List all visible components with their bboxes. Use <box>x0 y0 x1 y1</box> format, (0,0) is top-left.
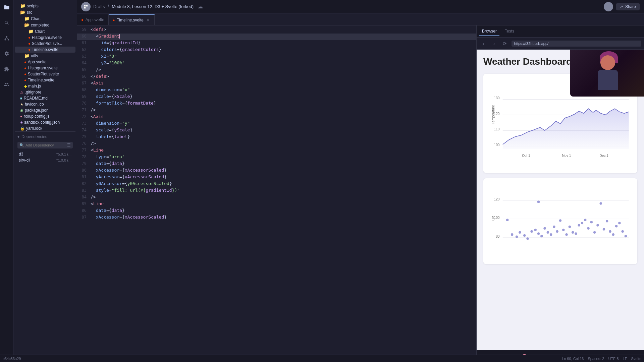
code-line-78: 78 type="area" <box>77 154 476 161</box>
scatter-dot <box>625 235 627 237</box>
file-histogram-completed[interactable]: ● Histogram.svelte <box>15 35 75 41</box>
svelte-icon: ● <box>24 78 26 82</box>
top-bar-right: ↗ Share <box>604 2 640 11</box>
folder-chart[interactable]: 📁 Chart <box>15 15 75 22</box>
lock-icon: 🔒 <box>20 126 25 131</box>
files-icon[interactable] <box>2 3 11 12</box>
folder-completed-chart[interactable]: 📁 Chart <box>15 28 75 35</box>
scatter-dot <box>606 220 608 222</box>
code-line-62: 62 colors={gradientColors} <box>77 47 476 54</box>
file-readme[interactable]: ■ README.md <box>15 95 75 101</box>
content-area: 59 <defs> 60 <Gradient 61 id={gradientId… <box>77 25 644 362</box>
scatter-dot <box>547 231 549 234</box>
scatter-dot <box>621 230 624 233</box>
git-icon[interactable] <box>2 34 11 43</box>
refresh-button[interactable]: ⟳ <box>501 40 509 48</box>
file-package-json[interactable]: ◉ package.json <box>15 107 75 113</box>
folder-icon: 📂 <box>24 22 30 27</box>
file-timeline-svelte[interactable]: ● Timeline.svelte <box>15 77 75 83</box>
code-line-84: 84 /> <box>77 194 476 201</box>
code-line-76: 76 /> <box>77 141 476 147</box>
settings-icon[interactable] <box>2 49 11 58</box>
svg-rect-6 <box>86 5 88 6</box>
scatter-dot <box>618 222 621 224</box>
json-icon: ◉ <box>20 108 23 113</box>
browser-content: Weather Dashboard Temperature 130 120 11… <box>477 50 644 350</box>
folder-src[interactable]: 📂 src <box>15 9 75 15</box>
users-icon[interactable] <box>2 80 11 89</box>
file-histogram-svelte[interactable]: ● Histogram.svelte <box>15 65 75 71</box>
file-gitignore[interactable]: ⚠ .gitignore <box>15 89 75 95</box>
file-timeline-completed[interactable]: ● Timeline.svelte <box>15 47 75 53</box>
y-tick-120: 120 <box>494 112 499 116</box>
svg-line-3 <box>5 37 7 39</box>
code-line-81: 81 yAccessor={yAccessorScaled} <box>77 174 476 181</box>
body <box>598 70 618 90</box>
tab-tests[interactable]: Tests <box>502 27 517 36</box>
folder-icon: 📂 <box>20 10 25 15</box>
user-avatar <box>604 2 613 11</box>
tab-app-svelte[interactable]: ● App.svelte <box>77 14 109 25</box>
scatter-chart-svg: ure 120 100 80 <box>489 184 632 257</box>
y-tick-100: 100 <box>494 143 499 147</box>
code-line-79: 79 data={data} <box>77 161 476 168</box>
dependencies-section: ▾ Dependencies 🔍 ☰ d3 ^5.9.1 (... sirv-c… <box>15 131 75 166</box>
folder-icon: 📁 <box>24 53 30 58</box>
search-icon[interactable] <box>2 18 11 27</box>
scatter-dot <box>534 229 537 231</box>
person-silhouette <box>590 51 624 95</box>
scatter-dot <box>516 236 518 238</box>
svelte-icon: ● <box>28 36 31 40</box>
folder-scripts[interactable]: 📁 scripts <box>15 3 75 9</box>
file-yarnlock[interactable]: 🔒 yarn.lock <box>15 125 75 131</box>
code-editor[interactable]: 59 <defs> 60 <Gradient 61 id={gradientId… <box>77 25 476 362</box>
scatter-dot <box>540 235 543 237</box>
file-sandbox[interactable]: ◈ sandbox.config.json <box>15 119 75 125</box>
share-button[interactable]: ↗ Share <box>616 3 640 10</box>
code-line-74: 74 scale={yScale} <box>77 127 476 134</box>
file-favicon[interactable]: ★ favicon.ico <box>15 101 75 107</box>
tab-browser[interactable]: Browser <box>479 27 499 36</box>
dep-sirv: sirv-cli ^1.0.0 (... <box>17 157 73 163</box>
drafts-label[interactable]: Drafts <box>93 4 105 9</box>
code-lines: 59 <defs> 60 <Gradient 61 id={gradientId… <box>77 25 476 362</box>
file-scatterplot-completed[interactable]: ● ScatterPlot.sve... <box>15 41 75 47</box>
forward-button[interactable]: › <box>490 40 498 48</box>
file-main-js[interactable]: ◆ main.js <box>15 83 75 89</box>
file-rollup[interactable]: ● rollup.config.js <box>15 113 75 119</box>
scatter-y-tick-100: 100 <box>494 216 499 220</box>
folder-utils[interactable]: 📁 utils <box>15 53 75 59</box>
file-scatterplot-svelte[interactable]: ● ScatterPlot.svelte <box>15 71 75 77</box>
scatter-dot <box>593 231 596 234</box>
scatter-dot <box>615 225 618 227</box>
file-app-svelte[interactable]: ● App.svelte <box>15 59 75 65</box>
dependencies-header[interactable]: ▾ Dependencies <box>17 134 73 139</box>
sandbox-icon: ◈ <box>20 120 23 125</box>
spaces: Spaces: 2 <box>588 357 604 361</box>
tab-timeline-svelte[interactable]: ● Timeline.svelte ✕ <box>109 14 155 25</box>
scatter-dot <box>596 224 599 226</box>
code-line-75: 75 label={label} <box>77 134 476 141</box>
x-label-oct: Oct 1 <box>522 154 530 158</box>
svg-point-0 <box>6 36 7 37</box>
code-line-67: 67 <Axis <box>77 80 476 87</box>
js-icon: ◆ <box>24 84 27 88</box>
extensions-icon[interactable] <box>2 64 11 74</box>
code-line-82: 82 y0Accessor={y0AccessorScaled} <box>77 181 476 188</box>
folder-completed[interactable]: 📂 completed <box>15 22 75 28</box>
code-line-68: 68 dimension="x" <box>77 87 476 94</box>
url-bar[interactable]: https://t32ht.csb.app/ <box>512 41 641 47</box>
back-button[interactable]: ‹ <box>479 40 487 48</box>
code-line-60: 60 <Gradient <box>77 34 476 40</box>
scatter-dot <box>556 230 558 233</box>
breadcrumb-sep: / <box>108 4 109 10</box>
tab-close-button[interactable]: ✕ <box>146 18 150 22</box>
rollup-icon: ● <box>20 114 22 118</box>
code-line-85: 85 <Line <box>77 201 476 208</box>
dependency-input[interactable] <box>25 143 66 147</box>
panel-tabs: Browser Tests <box>477 25 644 38</box>
add-dependency-search[interactable]: 🔍 ☰ <box>17 142 73 148</box>
scatter-dot <box>609 230 611 233</box>
star-icon: ★ <box>20 102 23 107</box>
scatter-y-tick-120: 120 <box>494 197 499 201</box>
